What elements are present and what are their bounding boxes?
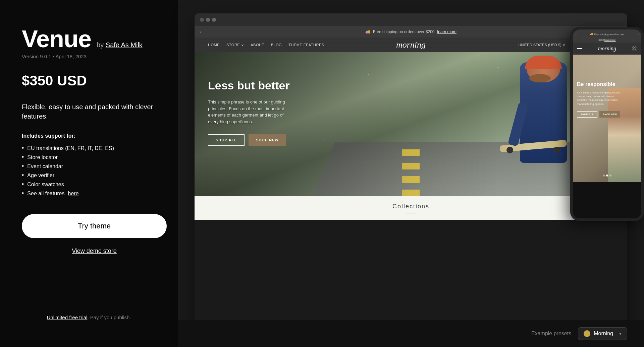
mobile-preview: ‹ 🚚 Free shipping on orders over › $200 … (570, 27, 644, 221)
theme-author: by Safe As Milk (97, 41, 143, 49)
feature-event: Event calendar (22, 162, 156, 171)
includes-label: Includes support for: (22, 133, 156, 139)
mobile-dot-3[interactable] (609, 175, 611, 177)
mobile-nav: morning (573, 43, 641, 55)
features-list: EU translations (EN, FR, IT, DE, ES) Sto… (22, 144, 156, 198)
browser-dots (200, 18, 216, 22)
mobile-learn-more[interactable]: learn more (604, 39, 615, 41)
mobile-carousel-dots (573, 175, 641, 177)
mobile-shop-all-button[interactable]: SHOP ALL (577, 111, 597, 118)
mobile-dot-1[interactable] (603, 175, 605, 177)
trial-link[interactable]: Unlimited free trial (47, 315, 88, 320)
announcement-learn-more[interactable]: learn more (437, 29, 457, 34)
feature-eu: EU translations (EN, FR, IT, DE, ES) (22, 144, 156, 153)
preset-name: Morning (594, 331, 613, 337)
view-demo-link[interactable]: View demo store (22, 248, 167, 255)
example-presets-label: Example presets (531, 331, 571, 337)
announcement-prev-icon[interactable]: ‹ (200, 29, 202, 34)
mobile-dot-2[interactable] (606, 175, 608, 177)
nav-store[interactable]: STORE ∨ (226, 43, 244, 47)
mobile-announcement-icon: 🚚 (590, 33, 593, 36)
hero-buttons: SHOP ALL SHOP NEW (208, 134, 295, 146)
theme-title: Venue (22, 27, 91, 51)
features-link[interactable]: here (68, 191, 79, 197)
hero-subtext: This simple phrase is one of our guiding… (208, 99, 295, 125)
mobile-settings-icon[interactable] (632, 46, 637, 51)
announcement-text: Free shipping on orders over $200 (373, 29, 434, 34)
trial-suffix: . Pay if you publish. (87, 315, 131, 320)
hamburger-icon[interactable] (577, 47, 582, 51)
preset-selector[interactable]: Morning ▾ (578, 327, 627, 340)
price: $350 USD (22, 73, 156, 89)
mobile-brand: morning (598, 46, 616, 52)
store-brand: morning (396, 40, 426, 50)
nav-theme-features[interactable]: THEME FEATURES (288, 43, 324, 47)
collections-underline (406, 213, 416, 213)
hero-headline: Less but better (208, 79, 295, 92)
hero-shop-all-button[interactable]: SHOP ALL (208, 134, 245, 146)
hero-shop-new-button[interactable]: SHOP NEW (249, 134, 286, 146)
browser-dot-green (212, 18, 216, 22)
browser-bar (195, 13, 627, 26)
version-info: Version 9.0.1 • April 18, 2023 (22, 54, 156, 59)
trial-text: Unlimited free trial. Pay if you publish… (22, 315, 156, 320)
browser-preview: ‹ 🚚 Free shipping on orders over $200 le… (195, 13, 627, 334)
bottom-bar: Example presets Morning ▾ (178, 320, 644, 347)
preset-chevron-icon: ▾ (619, 331, 622, 336)
mobile-hero-headline: Be responsible (577, 81, 621, 87)
collections-bar: Collections (195, 196, 627, 220)
nav-blog[interactable]: BLOG (271, 43, 282, 47)
mobile-announcement: ‹ 🚚 Free shipping on orders over › (573, 29, 641, 39)
announcement-icon: 🚚 (365, 29, 370, 34)
right-panel: ‹ 🚚 Free shipping on orders over $200 le… (178, 0, 644, 347)
preset-color-dot (584, 330, 590, 337)
store-nav: HOME STORE ∨ ABOUT BLOG THEME FEATURES m… (195, 38, 627, 52)
nav-home[interactable]: HOME (208, 43, 220, 47)
mobile-shop-new-button[interactable]: SHOP NEW (599, 111, 620, 118)
browser-dot-red (200, 18, 204, 22)
feature-store: Store locator (22, 153, 156, 162)
announcement-bar: ‹ 🚚 Free shipping on orders over $200 le… (195, 26, 627, 38)
browser-dot-yellow (206, 18, 210, 22)
collections-title: Collections (392, 203, 429, 210)
mobile-prev-icon[interactable]: ‹ (576, 32, 577, 36)
mobile-announcement-text: Free shipping on orders over (594, 33, 625, 36)
mobile-hero-text: As a small growing company, it's not alw… (577, 91, 621, 106)
mobile-announcement-cont: $200 learn more (573, 39, 641, 43)
feature-color: Color swatches (22, 180, 156, 189)
mobile-hero: Be responsible As a small growing compan… (573, 55, 641, 182)
hero-content: Less but better This simple phrase is on… (208, 79, 295, 146)
mobile-next-icon[interactable]: › (638, 32, 639, 36)
nav-about[interactable]: ABOUT (251, 43, 264, 47)
nav-country[interactable]: UNITED STATES (USD $) ∨ (519, 43, 565, 47)
author-link[interactable]: Safe As Milk (106, 41, 143, 49)
feature-age: Age verifier (22, 171, 156, 180)
mobile-hero-content: Be responsible As a small growing compan… (577, 81, 621, 118)
mobile-hero-buttons: SHOP ALL SHOP NEW (577, 111, 621, 118)
left-panel: Venue by Safe As Milk Version 9.0.1 • Ap… (0, 0, 178, 347)
nav-links: HOME STORE ∨ ABOUT BLOG THEME FEATURES (208, 43, 324, 47)
hero-section: Less but better This simple phrase is on… (195, 52, 627, 196)
try-theme-button[interactable]: Try theme (22, 214, 167, 238)
feature-all: See all features here (22, 189, 156, 198)
description: Flexible, easy to use and packed with cl… (22, 102, 156, 121)
